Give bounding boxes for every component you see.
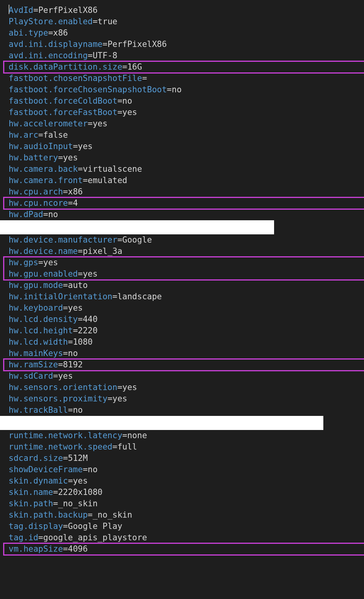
equals-sign: = [117,108,122,117]
config-key: avd.ini.encoding [9,51,88,60]
config-key: skin.path.backup [9,510,88,520]
config-key: sdcard.size [9,453,63,463]
config-line: hw.lcd.height=2220 [9,325,364,336]
equals-sign: = [78,269,83,279]
config-value: yes [122,383,137,392]
config-line: hw.lcd.width=1080 [9,336,364,348]
config-key: abi.type [9,28,48,38]
config-value: pixel_3a [83,246,122,256]
config-key: AvdId [9,5,33,15]
equals-sign: = [38,533,43,542]
equals-sign: = [88,510,93,520]
equals-sign: = [122,431,127,440]
config-key: hw.gpu.mode [9,281,63,290]
config-key: hw.battery [9,153,58,162]
config-key: showDeviceFrame [9,465,83,474]
config-value: 2220x1080 [58,487,102,497]
config-value: no [73,405,82,415]
config-value: yes [63,153,78,162]
config-key: hw.camera.front [9,176,83,185]
equals-sign: = [48,28,53,38]
equals-sign: = [63,544,68,554]
config-line: hw.cpu.arch=x86 [9,186,364,198]
config-line: skin.dynamic=yes [9,475,364,487]
config-value: 1080 [73,337,93,347]
config-line: hw.keyboard=yes [9,302,364,314]
config-value: no [88,465,97,474]
equals-sign: = [53,371,58,381]
equals-sign: = [113,442,118,451]
equals-sign: = [53,499,58,508]
config-key: avd.ini.displayname [9,40,102,49]
config-key: hw.device.name [9,246,78,256]
config-key: fastboot.forceChosenSnapshotBoot [9,85,167,94]
config-line: hw.gpu.enabled=yes [9,268,364,280]
config-line: hw.device.manufacturer=Google [9,234,364,246]
config-key: hw.lcd.height [9,326,73,335]
equals-sign: = [68,476,73,486]
config-line: vm.heapSize=4096 [9,543,364,555]
equals-sign: = [88,51,93,60]
config-value: true [98,17,118,26]
config-value: x86 [68,187,83,196]
equals-sign: = [117,96,122,106]
text-caret [9,5,9,14]
config-key: skin.name [9,487,53,497]
config-value: 4096 [68,544,88,554]
equals-sign: = [83,176,88,185]
config-value: emulated [88,176,127,185]
config-value: landscape [117,292,162,301]
config-value: yes [113,394,127,403]
config-value: yes [43,258,58,267]
config-line: hw.audioInput=yes [9,141,364,152]
equals-sign: = [63,303,68,313]
redacted-strip [0,416,323,430]
config-value: no [172,85,181,94]
equals-sign: = [63,453,68,463]
config-key: hw.dPad [9,210,43,219]
config-key: hw.device.manufacturer [9,235,117,245]
config-line: hw.ramSize=8192 [9,359,364,371]
config-key: hw.lcd.density [9,315,78,324]
config-value: yes [78,142,93,151]
config-line: abi.type=x86 [9,27,364,39]
equals-sign: = [53,487,58,497]
config-key: tag.display [9,522,63,531]
config-key: fastboot.forceFastBoot [9,108,117,117]
config-line: hw.camera.front=emulated [9,175,364,186]
equals-sign: = [83,465,88,474]
equals-sign: = [117,235,122,245]
equals-sign: = [68,337,73,347]
config-line: tag.id=google_apis_playstore [9,532,364,543]
equals-sign: = [33,5,38,15]
config-key: hw.sensors.proximity [9,394,108,403]
config-key: hw.sdCard [9,371,53,381]
config-key: hw.gps [9,258,38,267]
equals-sign: = [68,405,73,415]
config-value: yes [73,476,88,486]
config-key: hw.sensors.orientation [9,383,117,392]
config-key: hw.mainKeys [9,349,63,358]
config-value: _no_skin [93,510,132,520]
equals-sign: = [108,394,113,403]
config-key: disk.dataPartition.size [9,62,122,72]
equals-sign: = [68,198,73,208]
config-value: 4 [73,198,78,208]
config-key: hw.cpu.ncore [9,198,68,208]
config-line: avd.ini.displayname=PerfPixelX86 [9,39,364,50]
equals-sign: = [43,210,48,219]
config-line: runtime.network.latency=none [9,430,364,441]
config-value: yes [93,119,108,128]
config-key: vm.heapSize [9,544,63,554]
config-key: skin.path [9,499,53,508]
equals-sign: = [142,74,147,83]
config-line: fastboot.forceChosenSnapshotBoot=no [9,84,364,95]
config-key: hw.keyboard [9,303,63,313]
config-line: hw.device.name=pixel_3a [9,246,364,257]
config-value: full [117,442,137,451]
config-value: PerfPixelX86 [108,40,167,49]
config-key: hw.ramSize [9,360,58,369]
config-value: yes [83,269,98,279]
equals-sign: = [102,40,108,49]
config-key: hw.audioInput [9,142,73,151]
